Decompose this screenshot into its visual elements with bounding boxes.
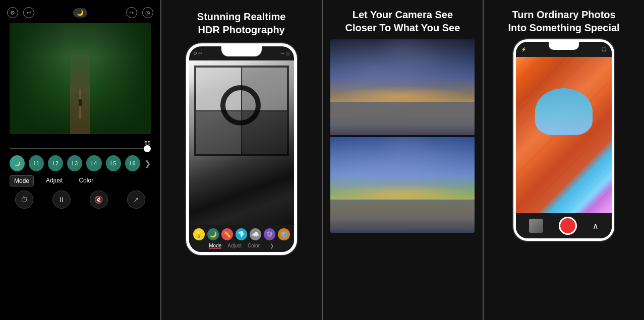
phone-frame-4: ⚡ 🎧 ∧ bbox=[513, 39, 614, 241]
bw-photo bbox=[189, 60, 294, 225]
panel-3: Let Your Camera SeeCloser To What You Se… bbox=[323, 0, 483, 320]
tab-color[interactable]: Color bbox=[75, 175, 97, 186]
canyon-photo bbox=[516, 57, 612, 213]
phone-screen-2: 💡 🌙 ✏️ 💎 ☁️ 🔮 ⚙️ Mode Adjust Color ❯ bbox=[189, 60, 294, 252]
mode-btn-l5[interactable]: L5 bbox=[106, 155, 121, 171]
tree-overlay-left bbox=[10, 23, 66, 134]
panel-1: ⚙ ↩ 🌙 ↪ ◎ 85 🌙 L1 L2 L3 L4 L5 L6 ❯ bbox=[0, 0, 160, 320]
panel-4: Turn Ordinary PhotosInto Something Speci… bbox=[484, 0, 644, 320]
mode-labels: Mode Adjust Color bbox=[10, 175, 134, 186]
phone-tab-mode[interactable]: Mode bbox=[209, 243, 221, 249]
water-bottom bbox=[330, 200, 475, 233]
icons-right: ↪ ◎ bbox=[126, 7, 153, 18]
panel-4-title: Turn Ordinary PhotosInto Something Speci… bbox=[508, 8, 620, 34]
panel-2-title-area: Stunning RealtimeHDR Photography bbox=[187, 0, 296, 43]
phone-icon-left-2: ⚙ ↩ bbox=[193, 51, 203, 56]
phone-screen-4: ⚡ 🎧 ∧ bbox=[516, 42, 612, 238]
split-photos bbox=[330, 39, 475, 233]
sky-hole bbox=[535, 88, 593, 135]
panel-4-title-area: Turn Ordinary PhotosInto Something Speci… bbox=[500, 0, 628, 39]
phone-tab-row-2: Mode Adjust Color ❯ bbox=[193, 243, 290, 249]
export-btn[interactable]: ↗ bbox=[127, 190, 145, 209]
phone-icon-left-4: ⚡ bbox=[521, 47, 526, 52]
moon-icon: 🌙 bbox=[77, 10, 84, 16]
phone-bottom-bar-2: 💡 🌙 ✏️ 💎 ☁️ 🔮 ⚙️ Mode Adjust Color ❯ bbox=[189, 225, 294, 252]
sky-photo-bottom bbox=[330, 137, 475, 233]
timer-control-btn[interactable]: ⏱ bbox=[15, 190, 33, 209]
phone-frame-2: ⚙ ↩ ✎ ↪ ◎ 💡 🌙 ✏️ 💎 bbox=[186, 43, 297, 255]
phone-icon-right-4: 🎧 bbox=[601, 47, 607, 52]
undo-icon[interactable]: ↩ bbox=[23, 7, 34, 18]
icons-left: ⚙ ↩ bbox=[7, 7, 34, 18]
bottom-controls: ⏱ ⏸ 🔇 ↗ bbox=[10, 190, 151, 209]
phone-notch-4 bbox=[549, 42, 579, 50]
mute-btn[interactable]: 🔇 bbox=[90, 190, 108, 209]
sky-photo-top bbox=[330, 39, 475, 135]
capture-button[interactable] bbox=[559, 217, 577, 235]
bridge-path bbox=[70, 43, 90, 134]
filter-icon-cloud[interactable]: ☁️ bbox=[250, 228, 261, 240]
phone-tab-color[interactable]: Color bbox=[248, 243, 260, 249]
filter-icon-diamond[interactable]: 💎 bbox=[236, 228, 247, 240]
phone-bottom-4: ∧ bbox=[516, 213, 612, 238]
tab-adjust[interactable]: Adjust bbox=[42, 175, 67, 186]
filter-icon-crystal[interactable]: 🔮 bbox=[264, 228, 275, 240]
bridge-photo bbox=[10, 23, 151, 134]
filter-icon-bulb[interactable]: 💡 bbox=[193, 228, 205, 240]
chevron-down-2-icon[interactable]: ❯ bbox=[270, 243, 274, 249]
slider-thumb[interactable] bbox=[144, 145, 151, 152]
tab-mode[interactable]: Mode bbox=[10, 175, 34, 186]
panel-2: Stunning RealtimeHDR Photography ⚙ ↩ ✎ ↪… bbox=[161, 0, 322, 320]
mode-tabs-row: Mode Adjust Color bbox=[10, 171, 151, 186]
panel-2-title: Stunning RealtimeHDR Photography bbox=[197, 10, 286, 36]
slider-track[interactable] bbox=[10, 148, 151, 149]
bw-circle-element bbox=[220, 85, 261, 125]
mode-btn-moon[interactable]: 🌙 bbox=[10, 155, 25, 171]
mode-btn-l3[interactable]: L3 bbox=[67, 155, 82, 171]
canyon-texture bbox=[516, 57, 612, 213]
mode-btn-l6[interactable]: L6 bbox=[125, 155, 140, 171]
mode-buttons-row: 🌙 L1 L2 L3 L4 L5 L6 ❯ bbox=[10, 155, 151, 171]
settings-icon[interactable]: ⚙ bbox=[7, 7, 18, 18]
top-bar-1: ⚙ ↩ 🌙 ↪ ◎ bbox=[0, 5, 160, 20]
mode-btn-l1[interactable]: L1 bbox=[29, 155, 44, 171]
panel-3-title: Let Your Camera SeeCloser To What You Se… bbox=[345, 8, 460, 34]
moon-badge[interactable]: 🌙 bbox=[73, 8, 87, 18]
phone-tab-adjust[interactable]: Adjust bbox=[227, 243, 242, 249]
water-top bbox=[330, 102, 475, 136]
panel-3-title-area: Let Your Camera SeeCloser To What You Se… bbox=[335, 0, 470, 39]
phone-icon-right-2: ↪ ◎ bbox=[280, 51, 290, 56]
thumbnail-button[interactable] bbox=[529, 219, 543, 233]
filter-icons-row: 💡 🌙 ✏️ 💎 ☁️ 🔮 ⚙️ bbox=[193, 228, 290, 240]
filter-icon-gear[interactable]: ⚙️ bbox=[278, 228, 289, 240]
pause-btn[interactable]: ⏸ bbox=[52, 190, 71, 209]
chevron-down-icon[interactable]: ❯ bbox=[144, 159, 151, 168]
mode-btn-l2[interactable]: L2 bbox=[48, 155, 63, 171]
phone-notch-2 bbox=[221, 46, 262, 56]
chevron-up-icon[interactable]: ∧ bbox=[593, 221, 599, 231]
figure bbox=[79, 99, 82, 106]
tree-overlay-right bbox=[94, 23, 151, 134]
slider-section: 85 bbox=[10, 140, 151, 149]
redo-icon[interactable]: ↪ bbox=[126, 7, 137, 18]
filter-icon-pencil[interactable]: ✏️ bbox=[221, 228, 233, 240]
timer-icon[interactable]: ◎ bbox=[142, 7, 153, 18]
filter-icon-moon[interactable]: 🌙 bbox=[207, 228, 219, 240]
mode-btn-l4[interactable]: L4 bbox=[86, 155, 101, 171]
slider-value: 85 bbox=[10, 140, 151, 146]
